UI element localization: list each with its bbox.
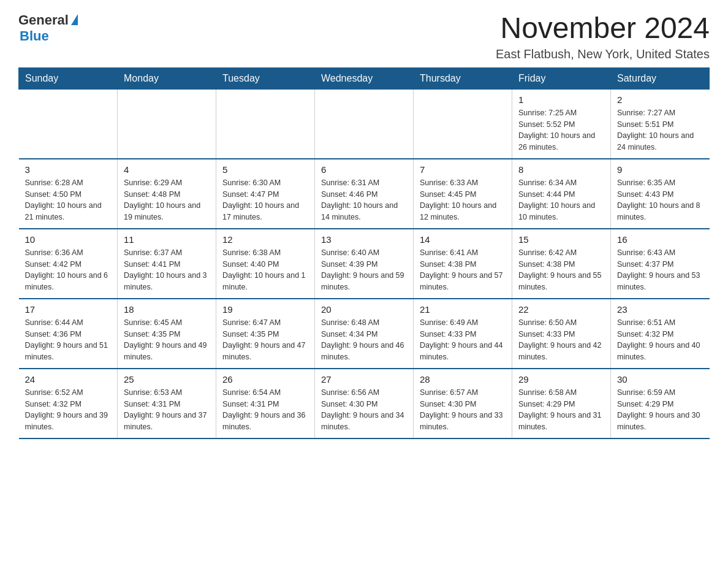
day-info: Sunrise: 7:25 AMSunset: 5:52 PMDaylight:… (518, 107, 604, 153)
day-of-week-header: Saturday (611, 67, 710, 89)
day-info: Sunrise: 6:37 AMSunset: 4:41 PMDaylight:… (124, 247, 210, 293)
day-number: 7 (420, 164, 506, 175)
calendar-week-row: 10Sunrise: 6:36 AMSunset: 4:42 PMDayligh… (19, 229, 710, 299)
calendar-cell: 29Sunrise: 6:58 AMSunset: 4:29 PMDayligh… (512, 369, 611, 439)
calendar-cell: 1Sunrise: 7:25 AMSunset: 5:52 PMDaylight… (512, 89, 611, 159)
day-info: Sunrise: 6:53 AMSunset: 4:31 PMDaylight:… (124, 387, 210, 433)
day-number: 15 (518, 234, 604, 245)
day-number: 24 (25, 374, 112, 385)
day-info: Sunrise: 6:42 AMSunset: 4:38 PMDaylight:… (518, 247, 604, 293)
day-number: 13 (321, 234, 407, 245)
calendar-cell: 14Sunrise: 6:41 AMSunset: 4:38 PMDayligh… (414, 229, 512, 299)
calendar-cell: 24Sunrise: 6:52 AMSunset: 4:32 PMDayligh… (19, 369, 118, 439)
day-number: 25 (124, 374, 210, 385)
day-info: Sunrise: 6:40 AMSunset: 4:39 PMDaylight:… (321, 247, 407, 293)
day-info: Sunrise: 6:48 AMSunset: 4:34 PMDaylight:… (321, 317, 407, 363)
day-number: 16 (617, 234, 703, 245)
day-number: 26 (222, 374, 308, 385)
day-info: Sunrise: 7:27 AMSunset: 5:51 PMDaylight:… (617, 107, 703, 153)
day-of-week-header: Thursday (414, 67, 512, 89)
calendar-cell: 23Sunrise: 6:51 AMSunset: 4:32 PMDayligh… (611, 299, 710, 369)
calendar-cell: 25Sunrise: 6:53 AMSunset: 4:31 PMDayligh… (118, 369, 216, 439)
day-number: 22 (518, 304, 604, 315)
day-of-week-header: Tuesday (216, 67, 315, 89)
calendar-cell: 15Sunrise: 6:42 AMSunset: 4:38 PMDayligh… (512, 229, 611, 299)
logo: General Blue (18, 12, 78, 44)
day-info: Sunrise: 6:52 AMSunset: 4:32 PMDaylight:… (25, 387, 112, 433)
day-number: 10 (25, 234, 112, 245)
calendar-cell: 28Sunrise: 6:57 AMSunset: 4:30 PMDayligh… (414, 369, 512, 439)
calendar-week-row: 24Sunrise: 6:52 AMSunset: 4:32 PMDayligh… (19, 369, 710, 439)
calendar-cell: 7Sunrise: 6:33 AMSunset: 4:45 PMDaylight… (414, 159, 512, 229)
location-subtitle: East Flatbush, New York, United States (496, 47, 710, 61)
day-info: Sunrise: 6:31 AMSunset: 4:46 PMDaylight:… (321, 177, 407, 223)
calendar-cell: 8Sunrise: 6:34 AMSunset: 4:44 PMDaylight… (512, 159, 611, 229)
calendar-cell: 3Sunrise: 6:28 AMSunset: 4:50 PMDaylight… (19, 159, 118, 229)
calendar-cell: 30Sunrise: 6:59 AMSunset: 4:29 PMDayligh… (611, 369, 710, 439)
day-number: 6 (321, 164, 407, 175)
day-info: Sunrise: 6:45 AMSunset: 4:35 PMDaylight:… (124, 317, 210, 363)
calendar-cell: 17Sunrise: 6:44 AMSunset: 4:36 PMDayligh… (19, 299, 118, 369)
calendar-week-row: 3Sunrise: 6:28 AMSunset: 4:50 PMDaylight… (19, 159, 710, 229)
day-info: Sunrise: 6:58 AMSunset: 4:29 PMDaylight:… (518, 387, 604, 433)
day-number: 18 (124, 304, 210, 315)
day-number: 3 (25, 164, 112, 175)
calendar-cell (118, 89, 216, 159)
day-number: 27 (321, 374, 407, 385)
day-number: 30 (617, 374, 703, 385)
day-info: Sunrise: 6:36 AMSunset: 4:42 PMDaylight:… (25, 247, 112, 293)
calendar-cell (315, 89, 414, 159)
day-info: Sunrise: 6:49 AMSunset: 4:33 PMDaylight:… (420, 317, 506, 363)
day-of-week-header: Wednesday (315, 67, 414, 89)
day-info: Sunrise: 6:50 AMSunset: 4:33 PMDaylight:… (518, 317, 604, 363)
title-block: November 2024 East Flatbush, New York, U… (496, 12, 710, 61)
day-number: 8 (518, 164, 604, 175)
day-of-week-header: Sunday (19, 67, 118, 89)
calendar-cell: 5Sunrise: 6:30 AMSunset: 4:47 PMDaylight… (216, 159, 315, 229)
calendar-week-row: 1Sunrise: 7:25 AMSunset: 5:52 PMDaylight… (19, 89, 710, 159)
calendar-body: 1Sunrise: 7:25 AMSunset: 5:52 PMDaylight… (19, 89, 710, 439)
day-number: 5 (222, 164, 308, 175)
days-of-week-row: SundayMondayTuesdayWednesdayThursdayFrid… (19, 67, 710, 89)
day-number: 12 (222, 234, 308, 245)
calendar-cell: 11Sunrise: 6:37 AMSunset: 4:41 PMDayligh… (118, 229, 216, 299)
day-info: Sunrise: 6:43 AMSunset: 4:37 PMDaylight:… (617, 247, 703, 293)
day-number: 14 (420, 234, 506, 245)
calendar-cell: 27Sunrise: 6:56 AMSunset: 4:30 PMDayligh… (315, 369, 414, 439)
calendar-week-row: 17Sunrise: 6:44 AMSunset: 4:36 PMDayligh… (19, 299, 710, 369)
day-info: Sunrise: 6:56 AMSunset: 4:30 PMDaylight:… (321, 387, 407, 433)
day-number: 1 (518, 94, 604, 105)
calendar-cell: 20Sunrise: 6:48 AMSunset: 4:34 PMDayligh… (315, 299, 414, 369)
day-info: Sunrise: 6:34 AMSunset: 4:44 PMDaylight:… (518, 177, 604, 223)
month-title: November 2024 (496, 12, 710, 45)
calendar-cell (216, 89, 315, 159)
day-of-week-header: Friday (512, 67, 611, 89)
day-info: Sunrise: 6:38 AMSunset: 4:40 PMDaylight:… (222, 247, 308, 293)
day-number: 11 (124, 234, 210, 245)
day-number: 2 (617, 94, 703, 105)
calendar-cell: 13Sunrise: 6:40 AMSunset: 4:39 PMDayligh… (315, 229, 414, 299)
calendar-cell: 10Sunrise: 6:36 AMSunset: 4:42 PMDayligh… (19, 229, 118, 299)
day-number: 19 (222, 304, 308, 315)
calendar-header: SundayMondayTuesdayWednesdayThursdayFrid… (19, 67, 710, 89)
day-info: Sunrise: 6:47 AMSunset: 4:35 PMDaylight:… (222, 317, 308, 363)
day-number: 28 (420, 374, 506, 385)
day-info: Sunrise: 6:44 AMSunset: 4:36 PMDaylight:… (25, 317, 112, 363)
calendar-cell: 21Sunrise: 6:49 AMSunset: 4:33 PMDayligh… (414, 299, 512, 369)
calendar-cell: 26Sunrise: 6:54 AMSunset: 4:31 PMDayligh… (216, 369, 315, 439)
calendar-cell: 9Sunrise: 6:35 AMSunset: 4:43 PMDaylight… (611, 159, 710, 229)
day-number: 29 (518, 374, 604, 385)
day-info: Sunrise: 6:35 AMSunset: 4:43 PMDaylight:… (617, 177, 703, 223)
day-number: 23 (617, 304, 703, 315)
calendar-cell (19, 89, 118, 159)
logo-general-text: General (18, 12, 69, 28)
day-info: Sunrise: 6:41 AMSunset: 4:38 PMDaylight:… (420, 247, 506, 293)
day-number: 20 (321, 304, 407, 315)
day-info: Sunrise: 6:28 AMSunset: 4:50 PMDaylight:… (25, 177, 112, 223)
calendar-table: SundayMondayTuesdayWednesdayThursdayFrid… (18, 67, 710, 439)
day-number: 4 (124, 164, 210, 175)
logo-blue-text: Blue (20, 28, 49, 44)
day-info: Sunrise: 6:33 AMSunset: 4:45 PMDaylight:… (420, 177, 506, 223)
calendar-cell: 22Sunrise: 6:50 AMSunset: 4:33 PMDayligh… (512, 299, 611, 369)
day-info: Sunrise: 6:59 AMSunset: 4:29 PMDaylight:… (617, 387, 703, 433)
